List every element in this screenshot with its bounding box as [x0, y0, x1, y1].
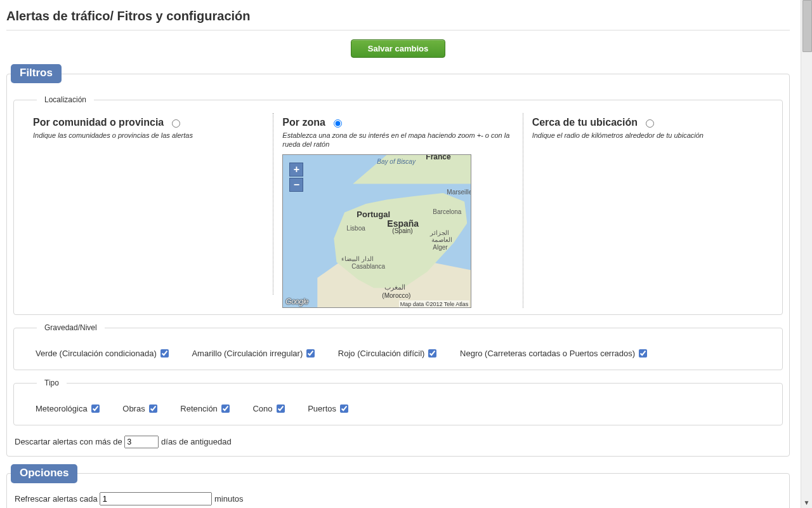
- map-label-alger-sub: العاصمة: [431, 236, 452, 243]
- tipo-item-checkbox[interactable]: [91, 404, 100, 413]
- gravedad-item[interactable]: Negro (Carreteras cortadas o Puertos cer…: [460, 347, 649, 359]
- gravedad-item[interactable]: Verde (Circulación condicionada): [36, 347, 171, 359]
- tipo-item-checkbox[interactable]: [149, 404, 157, 413]
- loc-ubicacion-radio[interactable]: [646, 119, 654, 128]
- tipo-item-label: Retención: [180, 404, 218, 413]
- gravedad-item-checkbox[interactable]: [428, 349, 436, 358]
- gravedad-item-label: Rojo (Circulación difícil): [338, 349, 425, 358]
- loc-comunidad-title: Por comunidad o provincia: [33, 117, 164, 128]
- gravedad-item-label: Amarillo (Circulación irregular): [192, 349, 303, 358]
- tipo-item-label: Puertos: [308, 404, 336, 413]
- map-zoom-out-button[interactable]: −: [289, 178, 303, 192]
- tipo-legend: Tipo: [37, 377, 67, 390]
- tipo-item[interactable]: Meteorológica: [36, 403, 102, 415]
- descartar-pre: Descartar alertas con más de: [15, 437, 122, 446]
- loc-ubicacion-title: Cerca de tu ubicación: [532, 117, 638, 128]
- tipo-item-label: Cono: [252, 404, 272, 413]
- gravedad-item[interactable]: Rojo (Circulación difícil): [338, 347, 439, 359]
- loc-zona-desc: Establezca una zona de su interés en el …: [282, 131, 513, 149]
- refrescar-post: minutos: [214, 494, 244, 504]
- map-label-lisboa: Lisboa: [346, 225, 365, 232]
- descartar-days-input[interactable]: [124, 436, 159, 448]
- map-label-morocco: (Morocco): [382, 292, 410, 299]
- map-label-marseille: Marseille: [447, 189, 471, 196]
- filtros-panel: Filtros Localización Por comunidad o pro…: [6, 64, 790, 457]
- gravedad-panel: Gravedad/Nivel Verde (Circulación condic…: [13, 321, 783, 370]
- loc-col-zona: Por zona Establezca una zona de su inter…: [273, 113, 523, 308]
- save-button[interactable]: Salvar cambios: [351, 39, 445, 58]
- tipo-item[interactable]: Obras: [122, 403, 159, 415]
- tipo-item-label: Meteorológica: [36, 404, 88, 413]
- descartar-post: días de antiguedad: [161, 437, 232, 446]
- tipo-item[interactable]: Cono: [252, 403, 286, 415]
- refrescar-pre: Refrescar alertas cada: [15, 494, 98, 504]
- map-label-france: France: [426, 154, 450, 161]
- gravedad-legend: Gravedad/Nivel: [37, 321, 105, 335]
- opciones-panel: Opciones Refrescar alertas cada minutos …: [6, 464, 790, 508]
- loc-zona-radio[interactable]: [334, 119, 342, 128]
- map-attribution: Map data ©2012 Tele Atlas: [399, 300, 470, 308]
- tipo-item-checkbox[interactable]: [277, 404, 285, 413]
- gravedad-item-label: Negro (Carreteras cortadas o Puertos cer…: [460, 349, 635, 358]
- tipo-panel: Tipo Meteorológica Obras Retención Cono …: [13, 377, 783, 425]
- refrescar-minutes-input[interactable]: [100, 492, 212, 505]
- map-label-spain: (Spain): [392, 227, 412, 234]
- localizacion-panel: Localización Por comunidad o provincia I…: [13, 93, 783, 315]
- localizacion-legend: Localización: [37, 93, 94, 107]
- map-zoom-controls: + −: [289, 163, 303, 192]
- scrollbar-thumb[interactable]: [802, 0, 812, 52]
- gravedad-item-checkbox[interactable]: [160, 349, 169, 358]
- map-label-biscay: Bay of Biscay: [377, 158, 416, 165]
- map[interactable]: + − France Bay of Biscay Marseille Barce…: [282, 154, 471, 308]
- filtros-legend: Filtros: [11, 64, 62, 83]
- tipo-item-checkbox[interactable]: [221, 404, 230, 413]
- opciones-legend: Opciones: [11, 464, 77, 483]
- loc-col-ubicacion: Cerca de tu ubicación Indique el radio d…: [523, 113, 772, 295]
- map-label-alger-ar: الجزائر: [430, 229, 449, 236]
- scroll-down-arrow-icon[interactable]: ▼: [801, 497, 812, 508]
- map-label-alger: Alger: [433, 244, 447, 251]
- tipo-item[interactable]: Puertos: [308, 403, 350, 415]
- gravedad-item[interactable]: Amarillo (Circulación irregular): [192, 347, 317, 359]
- tipo-item-label: Obras: [122, 404, 145, 413]
- map-label-barcelona: Barcelona: [433, 208, 461, 215]
- page-title: Alertas de tráfico/ Fitros y configuraci…: [6, 0, 790, 30]
- map-label-portugal: Portugal: [357, 210, 390, 219]
- map-label-morocco-ar: المغرب: [384, 283, 405, 291]
- loc-comunidad-radio[interactable]: [172, 119, 180, 128]
- gravedad-item-checkbox[interactable]: [639, 349, 647, 358]
- vertical-scrollbar[interactable]: ▲ ▼: [801, 0, 812, 508]
- loc-zona-title: Por zona: [282, 117, 325, 128]
- map-zoom-in-button[interactable]: +: [289, 163, 303, 177]
- map-label-casablanca: Casablanca: [351, 263, 385, 270]
- tipo-item-checkbox[interactable]: [340, 404, 348, 413]
- tipo-item[interactable]: Retención: [180, 403, 232, 415]
- gravedad-item-label: Verde (Circulación condicionada): [36, 349, 157, 358]
- loc-comunidad-desc: Indique las comunidades o provincias de …: [33, 131, 264, 140]
- loc-ubicacion-desc: Indique el radio de kilómetros alrededor…: [532, 131, 763, 140]
- map-label-casablanca-ar: الدار البيضاء: [341, 255, 374, 262]
- map-google-logo: Google: [285, 297, 308, 306]
- loc-col-comunidad: Por comunidad o provincia Indique las co…: [24, 113, 273, 295]
- gravedad-item-checkbox[interactable]: [306, 349, 315, 358]
